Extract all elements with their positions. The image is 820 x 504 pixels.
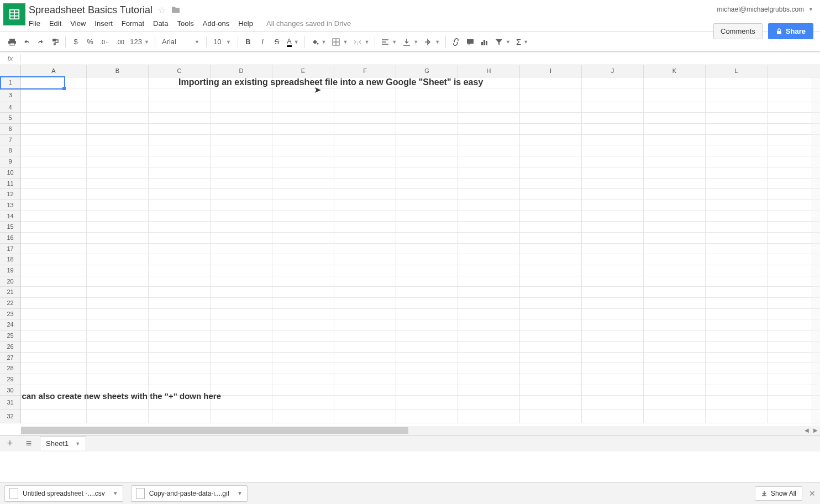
column-header[interactable]: A [21, 65, 87, 77]
cell[interactable] [334, 145, 396, 156]
download-menu-caret[interactable]: ▼ [113, 490, 118, 496]
cell[interactable] [211, 156, 272, 167]
cell[interactable] [272, 309, 334, 319]
cell[interactable] [644, 319, 706, 330]
cell[interactable] [149, 211, 211, 222]
cell[interactable] [582, 102, 644, 113]
cell[interactable] [458, 88, 520, 102]
cell[interactable] [520, 222, 582, 232]
column-header[interactable]: H [458, 65, 520, 77]
cell[interactable] [149, 287, 211, 297]
cell[interactable] [520, 167, 582, 178]
column-header[interactable]: K [644, 65, 706, 77]
menu-edit[interactable]: Edit [49, 19, 61, 28]
cell[interactable] [87, 298, 149, 308]
row-header[interactable]: 23 [0, 309, 20, 320]
cell[interactable] [582, 211, 644, 222]
chart-icon[interactable] [478, 35, 491, 49]
cell[interactable] [706, 265, 768, 276]
cell[interactable] [21, 145, 87, 156]
cell[interactable] [520, 200, 582, 211]
cell[interactable] [706, 298, 768, 308]
row-header[interactable]: 25 [0, 330, 20, 342]
cell[interactable] [644, 113, 706, 123]
cell[interactable] [644, 410, 706, 423]
cell[interactable] [211, 410, 272, 423]
cell[interactable] [396, 374, 458, 385]
row-header[interactable]: 19 [0, 265, 20, 276]
cell[interactable] [334, 287, 396, 297]
select-all-corner[interactable] [0, 65, 21, 77]
cell[interactable] [334, 254, 396, 265]
cell[interactable] [520, 410, 582, 423]
row-header[interactable]: 8 [0, 145, 20, 156]
cell[interactable] [211, 145, 272, 156]
cell[interactable] [149, 145, 211, 156]
cell[interactable] [211, 124, 272, 134]
font-size-dropdown[interactable]: 10▼ [210, 35, 234, 49]
user-menu-caret[interactable]: ▼ [808, 3, 813, 13]
cell[interactable] [458, 363, 520, 374]
cell[interactable] [334, 222, 396, 232]
cell[interactable] [458, 244, 520, 254]
cell[interactable] [334, 244, 396, 254]
cell[interactable] [21, 276, 87, 287]
cell[interactable] [211, 342, 272, 352]
cell[interactable] [149, 353, 211, 363]
document-title[interactable]: Spreadsheet Basics Tutorial [29, 4, 153, 16]
cell[interactable] [706, 222, 768, 232]
cell[interactable] [520, 102, 582, 113]
cell[interactable] [644, 233, 706, 243]
cell[interactable] [272, 374, 334, 385]
cell[interactable] [211, 254, 272, 265]
cell[interactable] [21, 233, 87, 243]
cell[interactable] [21, 211, 87, 222]
cell[interactable] [211, 179, 272, 189]
cell[interactable] [520, 319, 582, 330]
cell[interactable] [396, 330, 458, 341]
menu-addons[interactable]: Add-ons [203, 19, 229, 28]
row-header[interactable]: 11 [0, 179, 20, 190]
cell[interactable] [149, 124, 211, 134]
cell[interactable] [211, 330, 272, 341]
cell[interactable] [272, 410, 334, 423]
menu-help[interactable]: Help [238, 19, 253, 28]
row-header[interactable]: 24 [0, 319, 20, 330]
cell[interactable] [644, 353, 706, 363]
comment-icon[interactable] [464, 35, 477, 49]
merge-dropdown[interactable]: ▼ [351, 35, 371, 49]
cell[interactable] [458, 254, 520, 265]
functions-dropdown[interactable]: Σ▼ [514, 35, 530, 49]
cell[interactable] [149, 233, 211, 243]
cell[interactable] [334, 233, 396, 243]
menu-data[interactable]: Data [153, 19, 168, 28]
cell[interactable] [396, 88, 458, 102]
valign-dropdown[interactable]: ▼ [400, 35, 420, 49]
cell[interactable] [520, 77, 582, 88]
cell[interactable] [396, 309, 458, 319]
cell[interactable] [582, 330, 644, 341]
font-dropdown[interactable]: Arial▼ [159, 35, 203, 49]
cell[interactable] [272, 330, 334, 341]
cell[interactable] [644, 309, 706, 319]
cell[interactable] [87, 189, 149, 200]
cell[interactable] [149, 363, 211, 374]
cell[interactable] [458, 222, 520, 232]
cell[interactable] [272, 287, 334, 297]
text-color-dropdown[interactable]: A▼ [285, 35, 301, 49]
cell[interactable] [582, 298, 644, 308]
cell[interactable] [396, 200, 458, 211]
cell[interactable] [706, 189, 768, 200]
cell[interactable] [149, 88, 211, 102]
cell[interactable] [644, 385, 706, 396]
row-header[interactable]: 1 [0, 77, 20, 88]
row-header[interactable]: 14 [0, 211, 20, 222]
sheet-tab-menu-icon[interactable]: ▼ [75, 441, 80, 447]
cell[interactable] [149, 179, 211, 189]
row-header[interactable]: 22 [0, 298, 20, 309]
cell[interactable] [644, 179, 706, 189]
cell[interactable] [706, 254, 768, 265]
cell[interactable] [458, 167, 520, 178]
horizontal-scrollbar[interactable] [21, 426, 811, 435]
cell[interactable] [644, 265, 706, 276]
